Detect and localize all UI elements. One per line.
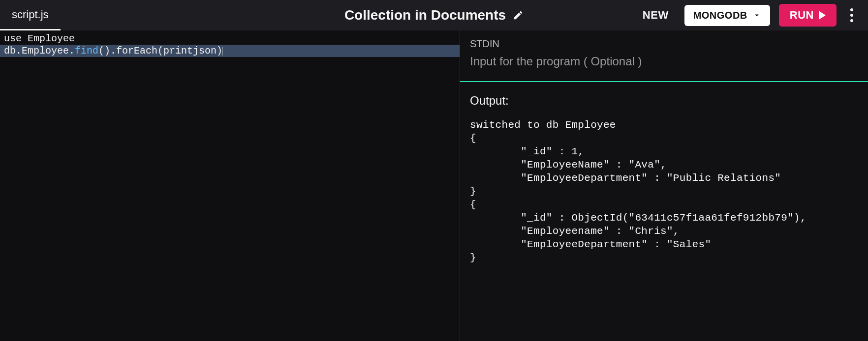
chevron-down-icon xyxy=(752,11,761,20)
language-select[interactable]: MONGODB xyxy=(684,5,770,26)
right-controls: NEW MONGODB RUN xyxy=(636,0,868,30)
more-menu-button[interactable] xyxy=(845,4,858,26)
page-title: Collection in Documents xyxy=(344,7,506,23)
title-wrap: Collection in Documents xyxy=(344,7,524,23)
side-pane: STDIN Output: switched to db Employee { … xyxy=(460,30,868,341)
tabs: script.js xyxy=(0,0,61,30)
top-bar: script.js Collection in Documents NEW MO… xyxy=(0,0,868,30)
code-editor[interactable]: use Employee db.Employee.find().forEach(… xyxy=(0,30,460,341)
run-button[interactable]: RUN xyxy=(779,4,837,27)
play-icon xyxy=(819,11,826,20)
workspace: use Employee db.Employee.find().forEach(… xyxy=(0,30,868,341)
edit-title-icon[interactable] xyxy=(513,10,524,21)
stdin-label: STDIN xyxy=(470,38,858,50)
code-line-active: db.Employee.find().forEach(printjson) xyxy=(0,45,460,57)
dot-icon xyxy=(850,19,853,22)
code-text: use Employee xyxy=(4,33,75,44)
code-text: db.Employee. xyxy=(4,45,75,57)
tab-label: script.js xyxy=(12,8,49,21)
run-button-label: RUN xyxy=(790,9,814,22)
cursor-caret xyxy=(222,47,222,56)
code-line: use Employee xyxy=(0,32,460,45)
new-button-label: NEW xyxy=(643,9,669,21)
code-text: ().forEach(printjson) xyxy=(98,45,222,57)
output-text: switched to db Employee { "_id" : 1, "Em… xyxy=(470,118,858,264)
new-button[interactable]: NEW xyxy=(636,5,676,26)
tab-scriptjs[interactable]: script.js xyxy=(0,0,61,30)
stdin-input[interactable] xyxy=(470,55,858,68)
code-fn: find xyxy=(75,45,98,57)
language-select-label: MONGODB xyxy=(693,10,747,21)
stdin-block: STDIN xyxy=(460,30,868,81)
output-block: Output: switched to db Employee { "_id" … xyxy=(460,82,868,341)
dot-icon xyxy=(850,8,853,11)
dot-icon xyxy=(850,14,853,17)
output-label: Output: xyxy=(470,94,858,108)
